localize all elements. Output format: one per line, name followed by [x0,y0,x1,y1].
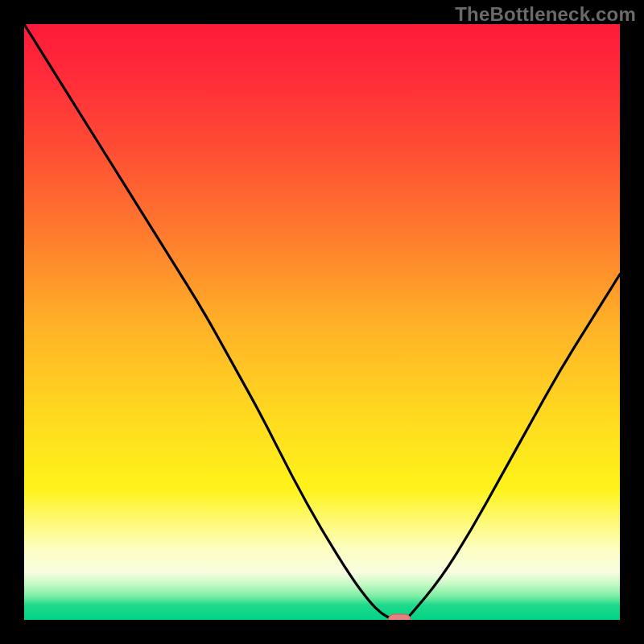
chart-svg [0,0,644,644]
optimum-marker [388,614,411,625]
attribution-label: TheBottleneck.com [455,3,636,26]
chart-frame: { "attribution": "TheBottleneck.com", "c… [0,0,644,644]
